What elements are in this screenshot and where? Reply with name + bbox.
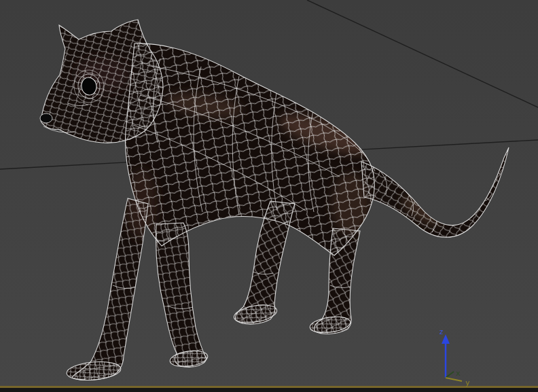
axis-x-label: x	[456, 369, 461, 378]
axis-z-label: z	[439, 327, 444, 336]
viewport-bottom-edge	[0, 388, 538, 392]
3d-viewport[interactable]: z x y	[0, 0, 538, 392]
axis-x-arrow	[446, 372, 454, 378]
viewport-canvas[interactable]: z x y	[0, 0, 538, 392]
world-axis-gizmo: z x y	[439, 327, 470, 387]
grid-line-right	[307, 0, 538, 107]
grid-ground-line	[0, 386, 538, 388]
nose	[40, 113, 52, 123]
axis-y-label: y	[465, 378, 470, 387]
axis-y-arrow	[446, 378, 462, 381]
